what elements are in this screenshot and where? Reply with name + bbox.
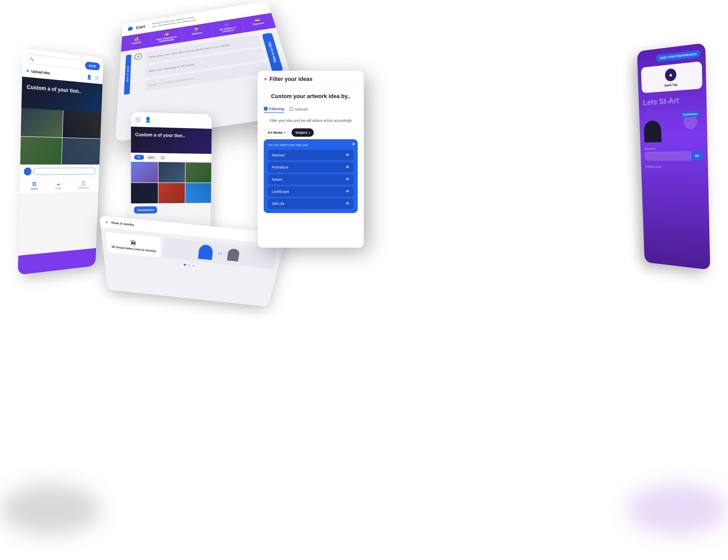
subject-portraiture-label: Portraiture: [272, 165, 288, 169]
tab-filtering[interactable]: Filtering: [264, 105, 284, 113]
subject-label: Subject: [295, 131, 307, 134]
phone-hero-title: Custom a of your tion..: [27, 83, 98, 97]
pc-nav-chip-3[interactable]: Q: [159, 155, 167, 160]
pc-gallery-cell-6[interactable]: [185, 183, 211, 203]
dot-1: [184, 264, 186, 266]
cart-close-button[interactable]: ✕: [134, 53, 142, 60]
commission-nav-icon: 📋: [81, 181, 86, 186]
lets-start-title: Lets St-Art: [643, 94, 702, 107]
subject-item-still-life[interactable]: Still Life 👁: [268, 198, 354, 209]
subject-dropdown[interactable]: Subject ▴: [292, 128, 314, 137]
bp-card-1-title: 3D Virtual Gallery only for desktop: [111, 245, 156, 252]
gallery-cell-2[interactable]: [63, 110, 102, 138]
eye-icon-portraiture: 👁: [346, 165, 350, 170]
subject-chevron-icon: ▴: [309, 131, 310, 134]
pc-icon-2: 👤: [145, 116, 151, 123]
pc-gallery-cell-5[interactable]: [158, 183, 185, 203]
eye-icon-landscape: 👁: [346, 189, 350, 194]
filter-panel-subtitle: Custom your artwork idea by..: [264, 93, 358, 100]
cart-step-total-label: Total $0: [132, 41, 141, 45]
filter-tabs: Filtering Upload: [264, 105, 358, 113]
pc-nav-chip-2[interactable]: apes: [146, 155, 157, 160]
subject-landscape-label: Landscape: [272, 190, 289, 194]
cart-icon: 🛒: [95, 75, 100, 81]
ok-button[interactable]: OK: [691, 152, 703, 160]
filter-panel-body: Custom your artwork idea by.. Filtering …: [258, 87, 364, 219]
email-label: Email: [149, 83, 157, 87]
gallery-nav-icon: 🖼: [32, 181, 37, 187]
email-row: OK: [645, 152, 703, 161]
upload-tab-label: Upload: [295, 107, 308, 111]
art-media-dropdown[interactable]: Art Media ▾: [264, 128, 289, 137]
bottom-purple-section: [18, 248, 96, 275]
subject-still-life-label: Still Life: [272, 202, 284, 206]
shadow-right: [627, 484, 728, 535]
pc-gallery-cell-1[interactable]: [131, 162, 158, 182]
buy-now-col: BUY IT NOW: [124, 54, 131, 95]
cart-step-delivery-label: Delivery: [192, 31, 202, 35]
gallery-cell-3[interactable]: [20, 137, 62, 165]
lets-start-text: Lets St-Art: [643, 96, 679, 107]
pc-header: 🛒 👤: [131, 112, 212, 129]
rp-main-content: Lets St-Art Commission Subscribe.. OK Co…: [639, 94, 708, 169]
person-icon: 👤: [87, 74, 92, 80]
nav-gallery[interactable]: 🖼 Gallery: [31, 181, 38, 191]
message-field-placeholder: Write your message in *50 words*: [149, 63, 195, 73]
eye-icon-abstract: 👁: [346, 153, 350, 157]
pc-hero-section: Custom a of your tion..: [131, 127, 212, 154]
subject-item-nature[interactable]: Nature 👁: [268, 174, 354, 185]
email-address-input[interactable]: [645, 152, 691, 160]
subject-list: Abstract 👁 Portraiture 👁 Nature 👁 Landsc…: [268, 150, 354, 209]
phone-gallery-grid: [20, 108, 101, 165]
subject-panel: ✕ You can select more than one Abstract …: [264, 139, 358, 213]
dot-2: [188, 264, 190, 266]
commission-nav-label: Commission: [78, 186, 89, 189]
gallery-3d-icon: 🏛: [130, 240, 137, 247]
pc-gallery: [131, 162, 212, 203]
bp-title: How it works: [111, 221, 134, 227]
swift-top-label: Swift Top: [664, 83, 677, 87]
save-button[interactable]: SAVE: [85, 61, 100, 71]
cart-title: Cart: [136, 25, 145, 30]
search-icon: 🔍: [30, 57, 34, 61]
cloud-nav-icon: ☁: [56, 181, 60, 186]
bp-card-1: 🏛 3D Virtual Gallery only for desktop: [106, 232, 161, 258]
filter-dropdowns: Art Media ▾ Subject ▴: [264, 128, 358, 137]
pc-nav-chip-1[interactable]: SR: [134, 155, 144, 160]
action-input[interactable]: [33, 168, 96, 175]
art-media-label: Art Media: [268, 131, 283, 134]
filter-close-icon: ✕: [264, 77, 267, 82]
pc-commission-badge: Commission: [131, 203, 211, 217]
subscribe-label: Subscribe..: [645, 147, 703, 150]
pc-gallery-cell-3[interactable]: [185, 162, 212, 182]
pc-gallery-cell-4[interactable]: [131, 183, 158, 203]
comm-badge: Commission: [681, 111, 700, 118]
gallery-nav-label: Gallery: [31, 187, 38, 190]
subject-panel-close-button[interactable]: ✕: [352, 142, 355, 147]
nav-cloud[interactable]: ☁ Cloud: [55, 181, 61, 190]
send-preferences-button[interactable]: SEND YOUR PREFERENCES: [656, 50, 701, 62]
dot-3: [192, 265, 195, 267]
filter-panel-title: Filter your ideas: [270, 76, 313, 82]
gallery-cell-1[interactable]: [21, 108, 63, 137]
art-media-chevron-icon: ▾: [284, 131, 285, 134]
tab-upload[interactable]: Upload: [289, 105, 308, 113]
contact-label: Contact us on..: [645, 165, 703, 169]
decorative-figure: [644, 120, 662, 143]
eye-icon-still-life: 👁: [346, 201, 350, 206]
gallery-cell-4[interactable]: [62, 138, 100, 165]
pc-gallery-cell-2[interactable]: [159, 162, 185, 182]
shadow-left: [0, 484, 101, 535]
filtering-tab-label: Filtering: [269, 107, 284, 111]
subject-item-landscape[interactable]: Landscape 👁: [268, 186, 354, 197]
filter-panel-header: ✕ Filter your ideas: [258, 71, 364, 87]
subject-item-abstract[interactable]: Abstract 👁: [268, 150, 354, 160]
upload-idea-label: Upload Idea: [31, 69, 50, 75]
upload-x-icon: ✕: [26, 68, 29, 74]
buy-now-label: BUY IT NOW: [126, 66, 130, 82]
cart-dot-icon: 🔵: [127, 26, 133, 31]
subject-item-portraiture[interactable]: Portraiture 👁: [268, 162, 354, 173]
figure-shape-2: [227, 248, 240, 261]
nav-commission[interactable]: 📋 Commission: [78, 180, 89, 189]
email-placeholder: e.g. someemail@gmail.com: [159, 77, 195, 85]
